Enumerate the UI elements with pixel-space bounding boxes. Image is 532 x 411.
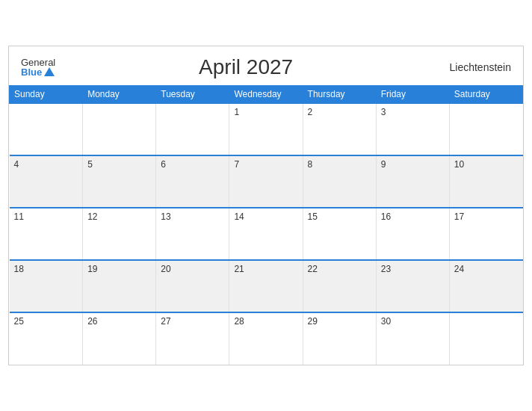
day-cell: 27 — [156, 312, 229, 365]
day-header-friday: Friday — [376, 86, 449, 104]
logo-blue-text: Blue — [21, 67, 55, 77]
day-number: 18 — [14, 264, 24, 274]
day-number: 15 — [308, 211, 318, 222]
day-cell: 29 — [303, 312, 376, 365]
day-cell: 12 — [83, 208, 156, 260]
day-number: 29 — [308, 316, 318, 327]
day-cell: 28 — [229, 312, 303, 365]
day-header-wednesday: Wednesday — [229, 86, 303, 104]
day-number: 12 — [87, 211, 97, 222]
day-number: 22 — [308, 264, 318, 274]
day-number: 7 — [234, 159, 239, 170]
day-number: 8 — [308, 159, 313, 170]
day-cell: 3 — [376, 103, 449, 155]
day-number: 11 — [14, 211, 24, 222]
day-cell: 6 — [156, 155, 229, 208]
day-header-row: Sunday Monday Tuesday Wednesday Thursday… — [10, 86, 523, 104]
logo: General Blue — [21, 58, 55, 77]
day-cell: 26 — [83, 312, 156, 365]
day-number: 1 — [234, 107, 239, 117]
week-row-3: 11121314151617 — [10, 208, 523, 260]
day-number: 25 — [14, 316, 24, 327]
week-row-5: 252627282930 — [10, 312, 523, 365]
calendar-header: General Blue April 2027 Liechtenstein — [9, 46, 523, 85]
week-row-4: 18192021222324 — [10, 260, 523, 312]
day-number: 13 — [161, 211, 170, 222]
day-number: 2 — [308, 107, 313, 117]
day-cell: 8 — [303, 155, 376, 208]
day-number: 14 — [234, 211, 244, 222]
day-number: 17 — [454, 211, 464, 222]
calendar-grid: Sunday Monday Tuesday Wednesday Thursday… — [9, 85, 523, 365]
day-cell: 24 — [449, 260, 522, 312]
day-number: 5 — [87, 159, 93, 170]
day-cell: 22 — [303, 260, 376, 312]
day-cell: 17 — [449, 208, 522, 260]
day-number: 19 — [87, 264, 97, 274]
country-label: Liechtenstein — [436, 61, 511, 73]
day-cell: 1 — [229, 103, 303, 155]
day-cell: 25 — [10, 312, 83, 365]
day-cell: 19 — [83, 260, 156, 312]
day-cell — [156, 103, 229, 155]
day-header-tuesday: Tuesday — [156, 86, 229, 104]
day-number: 4 — [14, 159, 19, 170]
week-row-2: 45678910 — [10, 155, 523, 208]
day-cell — [83, 103, 156, 155]
day-number: 27 — [161, 316, 170, 327]
day-number: 10 — [454, 159, 464, 170]
day-header-monday: Monday — [83, 86, 156, 104]
calendar-title: April 2027 — [55, 55, 436, 79]
day-cell: 18 — [10, 260, 83, 312]
day-cell: 11 — [10, 208, 83, 260]
day-number: 23 — [381, 264, 391, 274]
day-cell: 14 — [229, 208, 303, 260]
day-number: 26 — [87, 316, 97, 327]
calendar-body: 1234567891011121314151617181920212223242… — [10, 103, 523, 365]
day-number: 21 — [234, 264, 244, 274]
logo-triangle-icon — [44, 67, 55, 76]
day-number: 28 — [234, 316, 244, 327]
day-cell: 2 — [303, 103, 376, 155]
day-number: 6 — [161, 159, 166, 170]
day-cell: 21 — [229, 260, 303, 312]
day-number: 16 — [381, 211, 391, 222]
day-cell — [449, 103, 522, 155]
day-cell: 4 — [10, 155, 83, 208]
week-row-1: 123 — [10, 103, 523, 155]
day-number: 20 — [161, 264, 170, 274]
day-cell: 16 — [376, 208, 449, 260]
day-cell: 10 — [449, 155, 522, 208]
day-number: 9 — [381, 159, 386, 170]
day-cell — [449, 312, 522, 365]
calendar: General Blue April 2027 Liechtenstein Su… — [8, 46, 524, 365]
day-cell: 20 — [156, 260, 229, 312]
day-header-thursday: Thursday — [303, 86, 376, 104]
day-cell: 5 — [83, 155, 156, 208]
day-header-saturday: Saturday — [449, 86, 522, 104]
day-number: 24 — [454, 264, 464, 274]
day-header-sunday: Sunday — [10, 86, 83, 104]
day-cell — [10, 103, 83, 155]
day-cell: 9 — [376, 155, 449, 208]
day-number: 3 — [381, 107, 386, 117]
day-cell: 15 — [303, 208, 376, 260]
day-cell: 23 — [376, 260, 449, 312]
day-cell: 30 — [376, 312, 449, 365]
day-cell: 7 — [229, 155, 303, 208]
day-cell: 13 — [156, 208, 229, 260]
day-number: 30 — [381, 316, 391, 327]
